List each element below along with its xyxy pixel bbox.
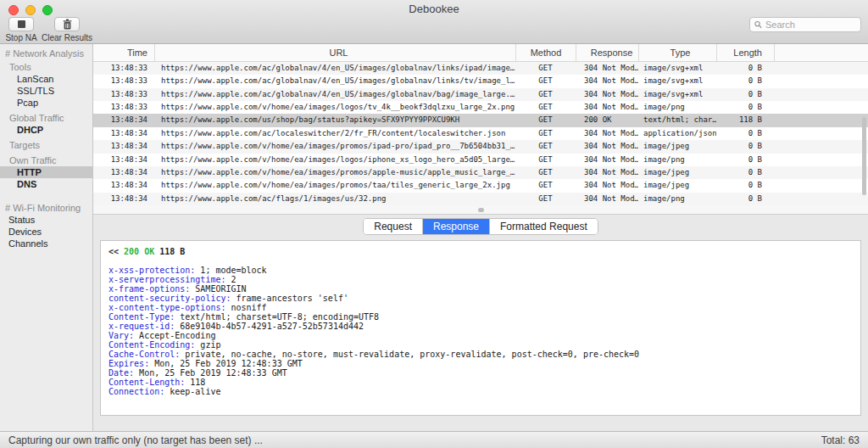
table-row[interactable]: 13:48:33https://www.apple.com/ac/globaln… (93, 75, 868, 87)
cell-time: 13:48:34 (93, 193, 154, 205)
search-field[interactable] (749, 17, 861, 32)
cell-response: 304 Not Mod… (576, 179, 638, 192)
sidebar-item-targets: Targets (0, 139, 92, 151)
sidebar-item-status[interactable]: Status (0, 214, 92, 226)
table-row[interactable]: 13:48:34https://www.apple.com/v/home/ea/… (93, 166, 868, 179)
table-row[interactable]: 13:48:34https://www.apple.com/ac/locales… (93, 127, 868, 140)
response-header-line: x-request-id:68e9104b-4b57-4291-a527-52b… (108, 322, 853, 331)
table-row[interactable]: 13:48:33https://www.apple.com/ac/globaln… (93, 62, 868, 75)
cell-filler (774, 127, 868, 140)
cell-url: https://www.apple.com/ac/globalnav/4/en_… (154, 88, 515, 101)
response-header-line: Content-Encoding:gzip (108, 340, 853, 350)
cell-method: GET (515, 179, 576, 192)
cell-filler (774, 193, 868, 205)
column-header-method[interactable]: Method (515, 44, 576, 61)
response-header-line: x-xss-protection:1; mode=block (108, 266, 853, 275)
response-direction-arrows: << (108, 247, 119, 256)
tab-request[interactable]: Request (364, 219, 422, 234)
table-scrollbar[interactable] (862, 117, 866, 195)
sidebar-item-channels[interactable]: Channels (0, 238, 92, 249)
header-key: x-frame-options: (108, 284, 190, 294)
sidebar-item-lanscan[interactable]: LanScan (0, 73, 92, 85)
tab-response[interactable]: Response (422, 219, 489, 234)
app-window: Debookee Stop NA Clear Results (0, 0, 868, 448)
cell-filler (774, 114, 868, 126)
header-value: frame-ancestors 'self' (236, 294, 348, 303)
column-header-length[interactable]: Length (716, 44, 774, 61)
detail-tabs: RequestResponseFormatted Request (363, 218, 598, 235)
column-header-url[interactable]: URL (154, 44, 515, 61)
sidebar-item-ssl-tls[interactable]: SSL/TLS (0, 85, 92, 97)
sidebar-item-http[interactable]: HTTP (0, 166, 92, 178)
sidebar-item-own-traffic: Own Traffic (0, 154, 92, 166)
tab-formatted-request[interactable]: Formatted Request (489, 219, 598, 234)
cell-method: GET (515, 127, 576, 140)
cell-time: 13:48:34 (93, 154, 154, 166)
cell-response: 304 Not Mod… (576, 88, 638, 101)
cell-url: https://www.apple.com/v/home/ea/images/p… (154, 179, 515, 192)
cell-length: 0 B (716, 193, 774, 205)
table-row[interactable]: 13:48:34https://www.apple.com/v/home/ea/… (93, 140, 868, 153)
header-value: private, no-cache, no-store, must-revali… (185, 350, 639, 359)
cell-length: 0 B (716, 75, 774, 87)
cell-url: https://www.apple.com/ac/globalnav/4/en_… (154, 62, 515, 75)
cell-type: image/jpeg (638, 140, 716, 153)
cell-filler (774, 179, 868, 192)
sidebar-item-dhcp[interactable]: DHCP (0, 124, 92, 136)
cell-type: text/html; char… (638, 114, 716, 126)
cell-response: 200 OK (576, 114, 638, 126)
search-icon (754, 20, 762, 29)
cell-length: 0 B (716, 154, 774, 166)
cell-url: https://www.apple.com/ac/flags/1/images/… (154, 193, 515, 205)
blank-line (108, 406, 853, 415)
sidebar-item-global-traffic: Global Traffic (0, 112, 92, 124)
cell-type: image/svg+xml (638, 88, 716, 101)
response-header-line: x-frame-options:SAMEORIGIN (108, 284, 853, 294)
clear-results-button-label: Clear Results (36, 33, 98, 42)
cell-time: 13:48:34 (93, 140, 154, 153)
sidebar-item-pcap[interactable]: Pcap (0, 97, 92, 109)
cell-method: GET (515, 88, 576, 101)
response-header-line: Cache-Control:private, no-cache, no-stor… (108, 350, 853, 359)
table-row[interactable]: 13:48:34https://www.apple.com/v/home/ea/… (93, 154, 868, 166)
cell-time: 13:48:33 (93, 75, 154, 87)
cell-response: 304 Not Mod… (576, 140, 638, 153)
table-row[interactable]: 13:48:33https://www.apple.com/v/home/ea/… (93, 101, 868, 114)
clear-results-button-bezel (54, 17, 80, 31)
search-input[interactable] (765, 20, 856, 30)
column-header-filler (774, 44, 868, 61)
cell-length: 0 B (716, 166, 774, 179)
blank-line (108, 396, 853, 406)
blank-line (108, 256, 853, 266)
cell-url: https://www.apple.com/ac/globalnav/4/en_… (154, 75, 515, 87)
header-value: 1; mode=block (200, 266, 266, 275)
table-row[interactable]: 13:48:33https://www.apple.com/ac/globaln… (93, 88, 868, 101)
column-header-type[interactable]: Type (638, 44, 716, 61)
pane-splitter[interactable] (93, 205, 868, 215)
table-row[interactable]: 13:48:34https://www.apple.com/v/home/ea/… (93, 179, 868, 192)
sidebar-item-dns[interactable]: DNS (0, 178, 92, 190)
cell-response: 304 Not Mod… (576, 154, 638, 166)
status-bar: Capturing our own traffic only (no targe… (0, 431, 868, 448)
header-key: content-security-policy: (108, 294, 231, 303)
sidebar-item-devices[interactable]: Devices (0, 226, 92, 238)
titlebar: Debookee Stop NA Clear Results (0, 0, 868, 44)
clear-results-button[interactable]: Clear Results (36, 17, 98, 42)
cell-length: 0 B (716, 179, 774, 192)
response-header-line: x-serverprocessingtime:2 (108, 275, 853, 284)
stop-na-button-bezel (8, 17, 34, 31)
response-status-line: <<200 OK118 B (108, 247, 853, 256)
response-size: 118 B (159, 247, 185, 256)
header-value: 2 (231, 275, 236, 284)
column-header-time[interactable]: Time (93, 44, 154, 61)
table-row[interactable]: 13:48:34https://www.apple.com/ac/flags/1… (93, 193, 868, 205)
header-value: Accept-Encoding (139, 331, 215, 340)
cell-type: image/jpeg (638, 179, 716, 192)
table-header: TimeURLMethodResponseTypeLength (93, 44, 868, 62)
cell-url: https://www.apple.com/v/home/ea/images/l… (154, 154, 515, 166)
table-rows: 13:48:33https://www.apple.com/ac/globaln… (93, 62, 868, 205)
table-row[interactable]: 13:48:34https://www.apple.com/us/shop/ba… (93, 114, 868, 126)
header-value: Mon, 25 Feb 2019 12:48:33 GMT (139, 368, 287, 378)
header-key: Content-Length: (108, 378, 185, 387)
column-header-response[interactable]: Response (576, 44, 638, 61)
